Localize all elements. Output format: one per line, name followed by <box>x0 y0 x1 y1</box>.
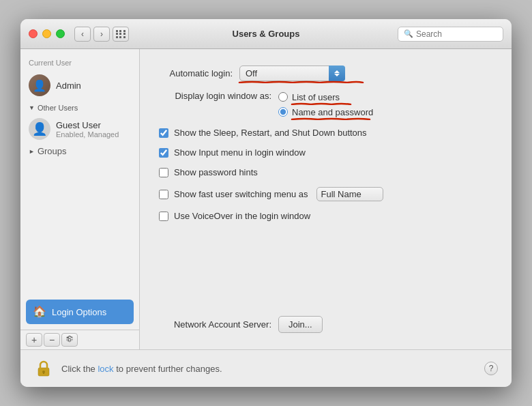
gear-button[interactable] <box>61 333 78 347</box>
show-sleep-row: Show the Sleep, Restart, and Shut Down b… <box>159 128 492 138</box>
name-and-password-label-wrapper: Name and password <box>292 106 373 118</box>
add-button[interactable]: + <box>26 333 42 347</box>
show-fast-row: Show fast user switching menu as Full Na… <box>159 187 492 201</box>
autologin-row: Automatic login: Off <box>159 66 492 81</box>
scribble-underline-3 <box>291 117 371 120</box>
voiceover-row: Use VoiceOver in the login window <box>159 211 492 221</box>
svg-rect-2 <box>43 372 44 374</box>
show-input-label: Show Input menu in login window <box>174 147 306 158</box>
nav-buttons: ‹ › <box>74 27 110 42</box>
show-input-row: Show Input menu in login window <box>159 147 492 158</box>
display-login-row: Display login window as: List of users <box>159 91 492 118</box>
admin-name: Admin <box>56 81 81 91</box>
admin-user-item[interactable]: 👤 Admin <box>20 71 139 100</box>
other-users-text: Other Users <box>38 104 78 112</box>
house-icon: 🏠 <box>33 305 46 319</box>
lock-link[interactable]: lock <box>98 364 113 374</box>
show-input-checkbox[interactable] <box>159 148 168 158</box>
name-and-password-label: Name and password <box>292 107 373 117</box>
login-options-button[interactable]: 🏠 Login Options <box>26 300 134 324</box>
voiceover-label: Use VoiceOver in the login window <box>174 211 310 221</box>
titlebar: ‹ › Users & Groups 🔍 <box>20 19 512 49</box>
lock-text-1: Click the <box>61 364 98 374</box>
content-area: Current User 👤 Admin ▼ Other Users 👤 Gue… <box>20 49 512 349</box>
help-button[interactable]: ? <box>484 362 498 375</box>
autologin-select[interactable]: Off <box>239 66 345 81</box>
forward-button[interactable]: › <box>93 27 110 42</box>
lock-button[interactable] <box>34 358 53 379</box>
minimize-button[interactable] <box>42 29 51 38</box>
back-button[interactable]: ‹ <box>74 27 91 42</box>
join-button[interactable]: Join... <box>278 316 323 333</box>
search-bar[interactable]: 🔍 <box>398 27 503 42</box>
current-user-label: Current User <box>20 56 139 71</box>
autologin-dropdown-wrapper: Off <box>239 66 345 81</box>
show-sleep-checkbox[interactable] <box>159 128 168 138</box>
main-window: ‹ › Users & Groups 🔍 Current User 👤 Adm <box>20 19 512 387</box>
show-hints-checkbox[interactable] <box>159 168 168 177</box>
radio-group: List of users Name and password <box>278 91 373 118</box>
settings-spacer <box>159 231 492 301</box>
other-users-label: ▼ Other Users <box>20 100 139 115</box>
triangle-icon: ▼ <box>29 104 35 111</box>
groups-triangle-icon: ► <box>29 148 35 155</box>
admin-avatar-icon: 👤 <box>33 79 46 92</box>
fast-switch-wrapper: Full Name Short Name Icon only <box>314 187 383 201</box>
show-hints-label: Show password hints <box>174 167 258 177</box>
close-button[interactable] <box>29 29 38 38</box>
fast-switch-select[interactable]: Full Name Short Name Icon only <box>316 187 383 201</box>
guest-status: Enabled, Managed <box>56 130 119 139</box>
show-hints-row: Show password hints <box>159 167 492 177</box>
remove-button[interactable]: − <box>44 333 60 347</box>
search-icon: 🔍 <box>404 29 413 38</box>
grid-icon <box>116 30 126 38</box>
network-row: Network Account Server: Join... <box>159 316 492 333</box>
login-options-text: Login Options <box>52 307 106 317</box>
lock-text-2: to prevent further changes. <box>114 364 222 374</box>
bottom-text: Click the lock to prevent further change… <box>61 364 476 374</box>
traffic-lights <box>29 29 65 38</box>
guest-avatar: 👤 <box>29 118 50 140</box>
scribble-underline-2 <box>291 102 352 105</box>
list-of-users-label-wrapper: List of users <box>292 91 340 103</box>
maximize-button[interactable] <box>56 29 65 38</box>
guest-name: Guest User <box>56 120 119 130</box>
guest-info: Guest User Enabled, Managed <box>56 120 119 139</box>
list-of-users-label: List of users <box>292 92 340 102</box>
name-and-password-radio[interactable] <box>278 107 288 117</box>
sidebar-toolbar: + − <box>20 330 139 349</box>
display-login-label: Display login window as: <box>159 91 271 101</box>
lock-icon <box>36 359 51 378</box>
sidebar-spacer <box>20 159 139 300</box>
show-fast-label: Show fast user switching menu as <box>174 189 308 199</box>
bottom-bar: Click the lock to prevent further change… <box>20 349 512 387</box>
autologin-select-wrapper: Off <box>239 66 345 81</box>
name-and-password-row: Name and password <box>278 106 373 118</box>
admin-avatar: 👤 <box>29 74 50 96</box>
groups-label: Groups <box>38 146 67 156</box>
search-input[interactable] <box>416 29 497 39</box>
guest-user-item[interactable]: 👤 Guest User Enabled, Managed <box>20 115 139 143</box>
main-panel: Automatic login: Off <box>140 49 512 349</box>
list-of-users-radio[interactable] <box>278 92 288 102</box>
list-of-users-row: List of users <box>278 91 373 103</box>
network-label: Network Account Server: <box>159 319 271 330</box>
show-fast-checkbox[interactable] <box>159 190 168 199</box>
groups-item[interactable]: ► Groups <box>20 143 139 159</box>
voiceover-checkbox[interactable] <box>159 212 168 221</box>
show-sleep-label: Show the Sleep, Restart, and Shut Down b… <box>174 128 367 138</box>
window-title: Users & Groups <box>233 29 300 39</box>
gear-icon <box>65 335 74 345</box>
sidebar: Current User 👤 Admin ▼ Other Users 👤 Gue… <box>20 49 140 349</box>
grid-button[interactable] <box>113 27 129 42</box>
autologin-label: Automatic login: <box>159 68 233 78</box>
